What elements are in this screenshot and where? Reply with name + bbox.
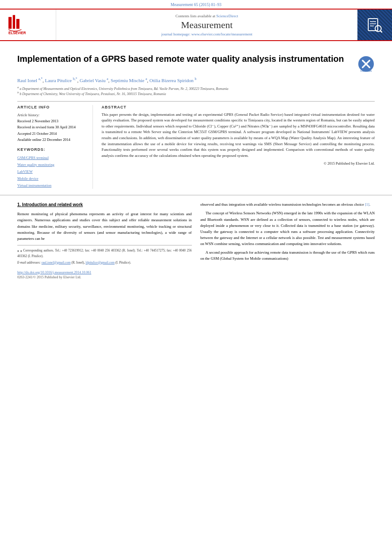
journal-header-center: Contents lists available at ScienceDirec… <box>56 10 357 40</box>
svg-line-9 <box>380 31 382 32</box>
history-label: Article history: <box>17 112 87 118</box>
journal-ref-text: Measurement 65 (2015) 81–93 <box>171 3 221 7</box>
keyword-gsm[interactable]: GSM/GPRS terminal <box>17 154 87 161</box>
body-para-1: Remote monitoring of physical phenomena … <box>17 211 192 241</box>
keyword-water[interactable]: Water quality monitoring <box>17 161 87 168</box>
accepted-date: Accepted 21 October 2014 <box>17 131 87 137</box>
footnotes: ⁎ ⁎ Corresponding authors. Tel.: +40 723… <box>17 245 192 265</box>
article-info-col: ARTICLE INFO Article history: Received 2… <box>17 105 93 189</box>
email-raul[interactable]: raul.ionel@gmail.com <box>41 261 70 264</box>
keywords-label: Keywords: <box>17 147 87 152</box>
article-title-text: Implementation of a GPRS based remote wa… <box>17 53 357 64</box>
available-date: Available online 22 December 2014 <box>17 137 87 143</box>
keywords-list: GSM/GPRS terminal Water quality monitori… <box>17 154 87 189</box>
journal-header-right <box>357 10 392 40</box>
svg-text:ELSEVIER: ELSEVIER <box>8 31 26 35</box>
article-title-area: Implementation of a GPRS based remote wa… <box>17 53 375 73</box>
affiliation-a: a a Department of Measurements and Optic… <box>17 86 375 92</box>
revised-date: Received in revised form 30 April 2014 <box>17 124 87 130</box>
article-content: Implementation of a GPRS based remote wa… <box>0 41 392 189</box>
email-label: E-mail addresses: <box>17 261 41 264</box>
section1-heading: 1. Introduction and related work <box>17 201 192 208</box>
bottom-footer: http://dx.doi.org/10.1016/j.measurement.… <box>17 271 375 279</box>
article-info-label: ARTICLE INFO <box>17 105 87 109</box>
doi-link[interactable]: http://dx.doi.org/10.1016/j.measurement.… <box>17 271 91 274</box>
svg-rect-4 <box>368 19 378 31</box>
abstract-copyright: © 2015 Published by Elsevier Ltd. <box>102 161 375 166</box>
body-para-4: A second possible approach for achieving… <box>201 249 375 261</box>
body-col-left: 1. Introduction and related work Remote … <box>17 201 192 265</box>
affiliations: a a Department of Measurements and Optic… <box>17 86 375 97</box>
author-otilia: Otilia Bizerea Spiridon <box>150 78 194 83</box>
svg-rect-2 <box>16 19 19 29</box>
svg-rect-0 <box>8 17 11 29</box>
author-raul: Raul Ionel <box>17 78 37 83</box>
body-content: 1. Introduction and related work Remote … <box>17 201 375 265</box>
journal-icon <box>366 16 383 34</box>
email-laura[interactable]: ldpitulice@gmail.com <box>86 261 115 264</box>
keyword-labview[interactable]: LabVIEW <box>17 168 87 175</box>
section-divider <box>0 195 392 195</box>
affiliation-b: b b Department of Chemistry, West Univer… <box>17 92 375 97</box>
author-septimiu: Septimiu Mischie <box>111 78 144 83</box>
svg-text:CrossMark: CrossMark <box>360 70 372 72</box>
science-direct-label: Contents lists available at ScienceDirec… <box>175 14 238 18</box>
abstract-col: ABSTRACT This paper presents the design,… <box>102 105 375 189</box>
author-laura: Laura Pitulice <box>45 78 72 83</box>
authors: Raul Ionel a,*, Laura Pitulice b,*, Gabr… <box>17 77 375 84</box>
body-col-right: observed and thus integration with avail… <box>201 201 375 265</box>
journal-header: ELSEVIER Contents lists available at Sci… <box>0 9 392 41</box>
svg-rect-1 <box>13 15 15 29</box>
article-history: Article history: Received 2 November 201… <box>17 112 87 143</box>
abstract-label: ABSTRACT <box>102 105 375 109</box>
crossmark-logo[interactable]: CrossMark <box>357 55 375 73</box>
page: Measurement 65 (2015) 81–93 ELSEVIER Con… <box>0 0 392 535</box>
author-gabriel: Gabriel Vasiu <box>80 78 105 83</box>
keyword-virtual[interactable]: Virtual instrumentation <box>17 182 87 189</box>
article-info-abstract: ARTICLE INFO Article history: Received 2… <box>17 101 375 189</box>
journal-title: Measurement <box>181 19 233 31</box>
science-direct-link[interactable]: ScienceDirect <box>217 14 238 18</box>
body-para-2: observed and thus integration with avail… <box>201 201 375 207</box>
elsevier-logo: ELSEVIER <box>6 13 50 37</box>
homepage-url[interactable]: www.elsevier.com/locate/measurement <box>191 32 252 36</box>
email-footnote: E-mail addresses: raul.ionel@gmail.com (… <box>17 260 192 265</box>
abstract-text: This paper presents the design, implemen… <box>102 112 375 166</box>
keyword-mobile[interactable]: Mobile device <box>17 175 87 182</box>
footer-copyright: 0263-2241/© 2015 Published by Elsevier L… <box>17 275 375 279</box>
corresponding-footnote: ⁎ ⁎ Corresponding authors. Tel.: +40 723… <box>17 248 192 259</box>
received-date: Received 2 November 2013 <box>17 118 87 124</box>
through-word: through <box>313 250 325 255</box>
body-para-3: The concept of Wireless Sensors Networks… <box>201 210 375 246</box>
publisher-logo-area: ELSEVIER <box>0 10 56 40</box>
ref-1[interactable]: [1] <box>365 202 369 207</box>
journal-homepage: journal homepage: www.elsevier.com/locat… <box>161 32 252 36</box>
journal-ref: Measurement 65 (2015) 81–93 <box>0 0 392 9</box>
